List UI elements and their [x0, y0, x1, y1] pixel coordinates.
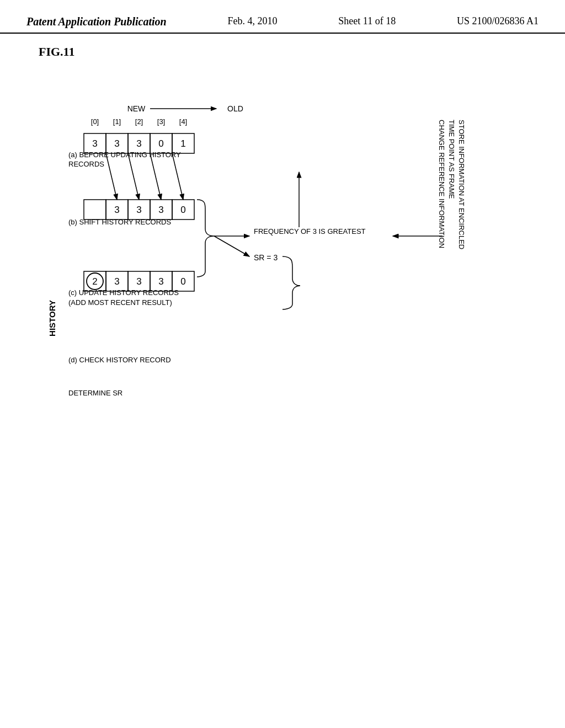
svg-text:3: 3: [114, 138, 119, 149]
svg-text:NEW: NEW: [127, 104, 146, 113]
svg-text:3: 3: [114, 276, 119, 287]
svg-text:[1]: [1]: [113, 117, 121, 126]
svg-text:3: 3: [136, 205, 141, 215]
svg-text:OLD: OLD: [227, 104, 243, 113]
svg-text:1: 1: [180, 138, 185, 149]
svg-text:[4]: [4]: [179, 117, 187, 126]
patent-diagram-svg: HISTORY NEW OLD [0] [1] [2] [3] [4] (a) …: [29, 65, 536, 671]
svg-text:(a) BEFORE UPDATING HISTORY: (a) BEFORE UPDATING HISTORY: [68, 151, 181, 159]
diagram-wrapper: HISTORY NEW OLD [0] [1] [2] [3] [4] (a) …: [29, 65, 536, 673]
svg-line-34: [150, 153, 161, 200]
svg-text:(c) UPDATE HISTORY RECORDS: (c) UPDATE HISTORY RECORDS: [68, 288, 179, 297]
publication-title: Patent Application Publication: [26, 15, 167, 28]
patent-number: US 2100/026836 A1: [457, 15, 539, 27]
svg-text:[2]: [2]: [135, 117, 143, 126]
svg-text:0: 0: [180, 276, 185, 287]
svg-line-54: [214, 236, 249, 256]
svg-text:3: 3: [158, 276, 163, 287]
svg-rect-23: [84, 200, 106, 220]
main-content: FIG.11 HISTORY NEW OLD [0] [1] [2] [3] […: [0, 34, 565, 684]
figure-title: FIG.11: [39, 45, 537, 59]
svg-text:TIME POINT AS FRAME: TIME POINT AS FRAME: [447, 120, 456, 199]
svg-text:(d) CHECK HISTORY RECORD: (d) CHECK HISTORY RECORD: [68, 356, 171, 364]
svg-text:CHANGE REFERENCE INFORMATION: CHANGE REFERENCE INFORMATION: [438, 120, 446, 248]
svg-text:3: 3: [136, 276, 141, 287]
publication-date: Feb. 4, 2010: [228, 15, 278, 27]
svg-line-32: [106, 153, 117, 200]
svg-text:3: 3: [92, 138, 97, 149]
svg-text:0: 0: [180, 205, 185, 215]
svg-text:3: 3: [136, 138, 141, 149]
svg-line-33: [128, 153, 139, 200]
svg-text:[3]: [3]: [157, 117, 165, 126]
page-header: Patent Application Publication Feb. 4, 2…: [0, 0, 565, 34]
svg-text:0: 0: [158, 138, 163, 149]
svg-text:RECORDS: RECORDS: [68, 160, 104, 168]
svg-text:2: 2: [92, 276, 97, 287]
sheet-info: Sheet 11 of 18: [338, 15, 396, 27]
svg-text:(ADD MOST RECENT RESULT): (ADD MOST RECENT RESULT): [68, 298, 172, 307]
svg-text:FREQUENCY OF 3 IS GREATEST: FREQUENCY OF 3 IS GREATEST: [254, 227, 366, 235]
svg-text:HISTORY: HISTORY: [47, 300, 57, 336]
svg-text:3: 3: [158, 205, 163, 215]
svg-text:SR = 3: SR = 3: [254, 253, 278, 262]
svg-text:DETERMINE SR: DETERMINE SR: [68, 389, 122, 397]
svg-text:STORE INFORMATION AT ENCIRCLED: STORE INFORMATION AT ENCIRCLED: [457, 120, 466, 249]
svg-text:3: 3: [114, 205, 119, 215]
svg-line-35: [172, 153, 183, 200]
svg-text:[0]: [0]: [91, 117, 99, 126]
